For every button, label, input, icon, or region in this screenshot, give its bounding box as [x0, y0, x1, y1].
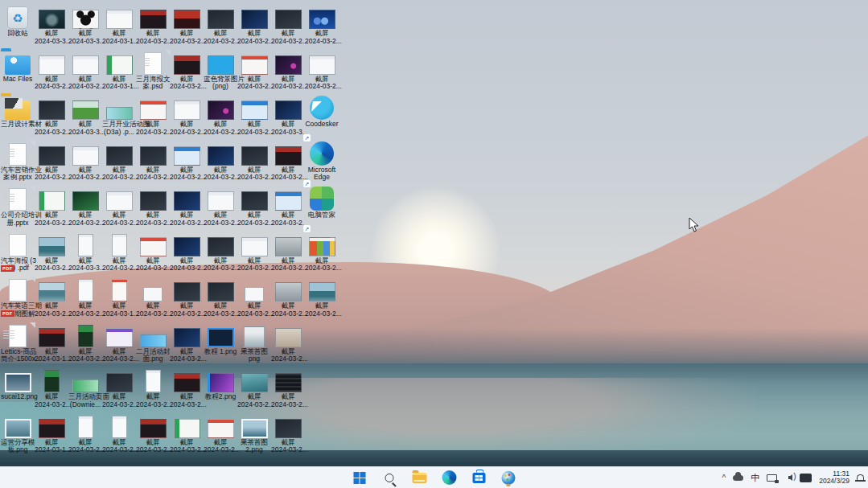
desktop-icon[interactable]: 截屏2024-03-3...	[271, 96, 305, 140]
desktop-icon[interactable]: 截屏2024-03-2...	[136, 141, 170, 186]
desktop-icon[interactable]: 截屏2024-03-2...	[35, 96, 68, 140]
desktop-icon[interactable]: 截屏2024-03-1...	[35, 323, 68, 367]
desktop-icon[interactable]: 截屏2024-03-2...	[170, 141, 204, 186]
desktop-icon[interactable]: 截屏2024-03-3...	[68, 232, 102, 277]
desktop-icon[interactable]: 截屏2024-03-2...	[204, 187, 237, 231]
desktop-icon[interactable]: PDF汽车海报 (3期) .pdf	[1, 232, 35, 277]
desktop-icon[interactable]: 截屏2024-03-2...	[68, 323, 102, 367]
edge-button[interactable]	[439, 468, 459, 487]
desktop-icon[interactable]: 截屏2024-03-2...	[204, 96, 237, 140]
desktop-icon[interactable]: 截屏2024-03-2...	[271, 232, 305, 277]
desktop-icon[interactable]: 教程 1.png	[204, 323, 237, 367]
desktop-icon[interactable]: 二月活动封面.png	[136, 323, 170, 367]
desktop-icon[interactable]: 截屏2024-03-2...	[35, 232, 68, 277]
file-explorer-button[interactable]	[409, 468, 429, 487]
desktop-icon[interactable]: ↗电脑管家	[305, 187, 339, 231]
desktop-icon[interactable]: 截屏2024-03-2...	[271, 51, 305, 95]
pinned-app-button[interactable]	[499, 468, 518, 487]
desktop-icon[interactable]: ↗Coodesker	[305, 96, 339, 140]
desktop-icon[interactable]: 截屏2024-03-2...	[204, 232, 237, 277]
desktop-icon[interactable]: 截屏2024-03-2...	[102, 232, 136, 277]
clock[interactable]: 11:31 2024/3/29	[818, 469, 850, 486]
desktop-icon[interactable]: 截屏2024-03-2...	[136, 368, 170, 412]
desktop-icon[interactable]: 截屏2024-03-3...	[35, 5, 68, 49]
desktop-icon[interactable]: 截屏2024-03-2...	[305, 5, 339, 49]
desktop-icon[interactable]: 三月开业活动图(D3a) .p...	[102, 96, 136, 140]
desktop-icon[interactable]: 截屏2024-03-2...	[35, 51, 68, 95]
desktop-icon[interactable]: 截屏2024-03-2...	[305, 51, 339, 95]
desktop-icon[interactable]: 截屏2024-03-1...	[102, 51, 136, 95]
desktop-icon[interactable]: 蓝色背景图片(png)	[204, 51, 237, 95]
desktop-icon[interactable]: ↗MicrosoftEdge	[305, 141, 339, 186]
desktop-icon[interactable]: 截屏2024-03-2...	[237, 141, 271, 186]
desktop-icon[interactable]: 截屏2024-03-2...	[35, 187, 68, 231]
desktop-icon[interactable]: 截屏2024-03-2...	[170, 232, 204, 277]
desktop-icon[interactable]: 截屏2024-03-2...	[271, 323, 305, 367]
desktop-icon[interactable]: 截屏2024-03-2...	[136, 96, 170, 140]
desktop-icon[interactable]: 截屏2024-03-1...	[102, 5, 136, 49]
desktop-icon[interactable]: 截屏2024-03-2...	[102, 414, 136, 458]
desktop-icon[interactable]: 截屏2024-03-2...	[136, 187, 170, 231]
tray-hidden-icons-button[interactable]: ^	[721, 469, 726, 486]
desktop-icon[interactable]: 截屏2024-03-2...	[136, 277, 170, 322]
desktop-icon[interactable]: 截屏2024-03-2...	[271, 187, 305, 231]
desktop-icon[interactable]: 截屏2024-03-2...	[204, 414, 237, 458]
desktop-icon[interactable]: 截屏2024-03-2...	[204, 277, 237, 322]
desktop-icon[interactable]: 截屏2024-03-2...	[35, 277, 68, 322]
desktop-icon[interactable]: 截屏2024-03-2...	[204, 141, 237, 186]
desktop-icon[interactable]: 截屏2024-03-2...	[170, 5, 204, 49]
notification-button[interactable]	[856, 469, 865, 486]
desktop-icon[interactable]: 截屏2024-03-2...	[170, 187, 204, 231]
desktop-icon[interactable]: 截屏2024-03-2...	[271, 5, 305, 49]
tray-cloud-button[interactable]	[732, 469, 744, 486]
desktop-icon[interactable]: 回收站	[1, 5, 35, 49]
desktop-icon[interactable]: 截屏2024-03-2...	[237, 277, 271, 322]
desktop-icon[interactable]: 截屏2024-03-2...	[170, 414, 204, 458]
desktop-icon[interactable]: 截屏2024-03-2...	[170, 368, 204, 412]
desktop-icon[interactable]: 截屏2024-03-1...	[35, 414, 68, 458]
desktop-icon[interactable]: 截屏2024-03-2...	[136, 232, 170, 277]
desktop-icon[interactable]: 截屏2024-03-2...	[271, 141, 305, 186]
desktop-icon[interactable]: 三月设计素材	[1, 96, 35, 140]
microsoft-store-button[interactable]	[469, 468, 488, 487]
search-button[interactable]	[380, 468, 399, 487]
desktop-icon[interactable]: 截屏2024-03-2...	[102, 141, 136, 186]
desktop-icon[interactable]: 截屏2024-03-3...	[68, 96, 102, 140]
desktop-icon[interactable]: 截屏2024-03-2...	[271, 368, 305, 412]
ime-indicator[interactable]: 中	[750, 469, 760, 486]
desktop-icon[interactable]: Mac Files	[1, 51, 35, 95]
desktop-icon[interactable]: 三月活动页面(Downie...	[68, 368, 102, 412]
desktop-icon[interactable]: 截屏2024-03-2...	[305, 277, 339, 322]
desktop-icon[interactable]: 截屏2024-03-2...	[136, 414, 170, 458]
desktop-icon[interactable]: Lettics-商品简介-1500x...	[1, 323, 35, 367]
desktop-icon[interactable]: 截屏2024-03-2...	[237, 232, 271, 277]
desktop-icon[interactable]: PDF汽车英语三期维三期图解	[1, 277, 35, 322]
desktop-icon[interactable]: 截屏2024-03-2...	[170, 323, 204, 367]
desktop-icon[interactable]: 截屏2024-03-2...	[237, 368, 271, 412]
desktop-icon[interactable]: 果茶首图2.png	[237, 414, 271, 458]
desktop-icon[interactable]: 截屏2024-03-2...	[237, 96, 271, 140]
desktop-icon[interactable]: 公司介绍培训册.pptx	[1, 187, 35, 231]
desktop-icon[interactable]: 截屏2024-03-2...	[68, 141, 102, 186]
desktop-icon[interactable]: 果茶首图png	[237, 323, 271, 367]
tray-volume-button[interactable]	[784, 469, 793, 486]
desktop-icon[interactable]: 截屏2024-03-2...	[35, 368, 68, 412]
desktop-icon[interactable]: 截屏2024-03-2...	[68, 414, 102, 458]
desktop-icon[interactable]: 截屏2024-03-2...	[271, 277, 305, 322]
desktop-icon[interactable]: 截屏2024-03-2...	[170, 277, 204, 322]
desktop-icon[interactable]: 截屏2024-03-2...	[170, 96, 204, 140]
desktop-icon[interactable]: 截屏2024-03-3...	[68, 5, 102, 49]
desktop-icon[interactable]: 截屏2024-03-2...	[204, 5, 237, 49]
desktop-icon[interactable]: sucai12.png	[1, 368, 35, 412]
desktop-icon[interactable]: 教程2.png	[204, 368, 237, 412]
tray-widget-button[interactable]	[799, 469, 812, 486]
desktop-icon[interactable]: 运营分享模板.png	[1, 414, 35, 458]
desktop-icon[interactable]: 截屏2024-03-2...	[170, 51, 204, 95]
desktop-icon[interactable]: 截屏2024-03-2...	[237, 187, 271, 231]
desktop-icon[interactable]: 截屏2024-03-2...	[102, 368, 136, 412]
desktop-icon[interactable]: 截屏2024-03-1...	[102, 277, 136, 322]
desktop-icon[interactable]: 截屏2024-03-2...	[68, 51, 102, 95]
desktop-icon[interactable]: 截屏2024-03-2...	[305, 232, 339, 277]
tray-display-button[interactable]	[766, 469, 778, 486]
desktop-icon[interactable]: 截屏2024-03-2...	[68, 187, 102, 231]
